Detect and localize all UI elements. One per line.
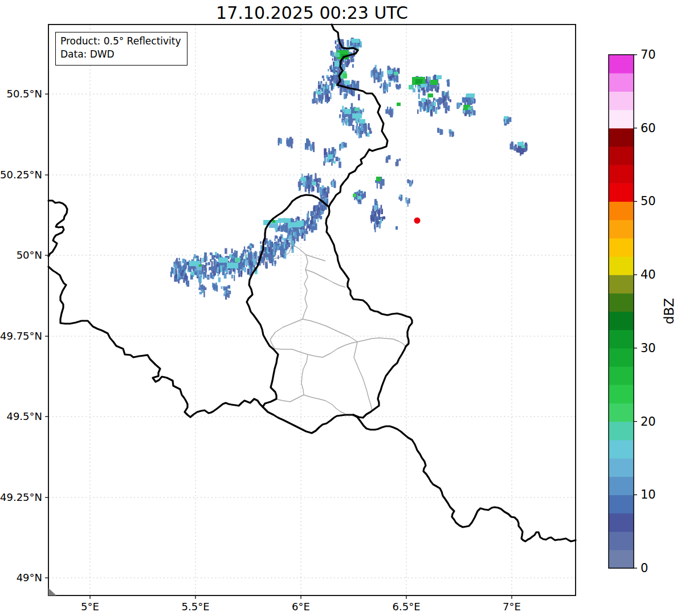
radar-echo-pixel	[374, 216, 376, 219]
radar-echo-pixel	[279, 246, 282, 250]
x-tick-label: 7°E	[503, 601, 521, 613]
radar-echo-pixel	[418, 93, 420, 99]
radar-echo-pixel	[205, 272, 206, 278]
radar-echo-pixel	[376, 73, 378, 77]
colorbar-segment	[609, 403, 634, 422]
radar-echo-pixel	[227, 285, 230, 288]
radar-echo-pixel	[286, 246, 288, 248]
radar-echo-pixel	[278, 138, 280, 143]
radar-echo-pixel	[437, 87, 439, 93]
axis-tick-labels: 5°E5.5°E6°E6.5°E7°E50.5°N50.25°N50°N49.7…	[0, 88, 521, 613]
radar-echo-pixel	[211, 261, 213, 266]
colorbar-tick-label: 50	[641, 194, 656, 208]
radar-echo-pixel	[435, 84, 437, 91]
colorbar-tick-label: 10	[641, 488, 656, 501]
radar-echo-pixel	[234, 275, 235, 281]
radar-echo-core	[387, 70, 393, 74]
radar-echo-pixel	[375, 65, 377, 67]
radar-echo-pixel	[350, 41, 352, 46]
radar-echo-core	[317, 91, 321, 95]
radar-echo-pixel	[463, 97, 466, 103]
radar-echo-core	[278, 218, 291, 223]
radar-echo-pixel	[206, 276, 209, 279]
radar-echo-core	[296, 221, 304, 226]
radar-echo-pixel	[294, 238, 295, 243]
colorbar-segment	[609, 275, 634, 293]
radar-echo-pixel	[322, 189, 324, 196]
radar-echo-core	[466, 93, 475, 97]
radar-echo-pixel	[245, 250, 246, 254]
radar-echo-pixel	[419, 107, 421, 112]
radar-echo-pixel	[405, 197, 407, 203]
radar-echo-pixel	[218, 278, 221, 283]
radar-echo-core	[343, 74, 347, 78]
radar-echo-pixel	[388, 66, 390, 71]
radar-echo-pixel	[341, 39, 344, 44]
radar-echo-pixel	[217, 256, 219, 258]
radar-echo-pixel	[185, 275, 187, 280]
radar-echo-pixel	[323, 79, 325, 81]
colorbar-segment	[609, 348, 634, 367]
radar-echo-pixel	[306, 138, 309, 144]
radar-echo-pixel	[311, 175, 312, 177]
radar-echo-core	[359, 119, 365, 124]
radar-echo-pixel	[182, 272, 184, 276]
radar-echo-pixel	[213, 284, 215, 290]
radar-echo-pixel	[292, 240, 293, 246]
radar-echo-pixel	[381, 218, 382, 223]
radar-echo-pixel	[313, 205, 316, 208]
radar-echo-pixel	[384, 84, 386, 89]
radar-echo-pixel	[246, 250, 248, 252]
radar-echo-pixel	[250, 260, 251, 266]
radar-echo-pixel	[462, 97, 464, 103]
radar-echo-pixel	[265, 262, 268, 268]
radar-echo-pixel	[380, 182, 382, 189]
radar-echo-core	[227, 263, 238, 268]
radar-echo-pixel	[194, 271, 197, 275]
radar-echo-pixel	[265, 247, 267, 251]
radar-echo-pixel	[218, 273, 219, 276]
y-tick-label: 49.25°N	[0, 491, 42, 503]
radar-echo-pixel	[332, 76, 334, 80]
radar-echo-pixel	[310, 211, 313, 216]
radar-echo-pixel	[474, 99, 475, 104]
radar-echo-pixel	[350, 56, 352, 62]
radar-echo-pixel	[215, 252, 217, 256]
radar-echo-pixel	[197, 270, 199, 277]
radar-echo-pixel	[311, 226, 314, 232]
radar-echo-pixel	[279, 226, 280, 230]
radar-echo-core	[353, 194, 356, 197]
radar-echo-pixel	[320, 205, 322, 210]
radar-echo-pixel	[443, 102, 446, 108]
radar-echo-pixel	[437, 128, 439, 133]
border-germany-luxembourg	[326, 207, 412, 418]
radar-echo-pixel	[287, 235, 289, 239]
radar-echo-pixel	[348, 114, 349, 117]
radar-echo-pixel	[246, 260, 248, 265]
radar-echo-pixel	[408, 198, 410, 203]
radar-echo-pixel	[274, 251, 275, 256]
radar-echo-pixel	[368, 132, 370, 137]
radar-echo-pixel	[340, 144, 341, 146]
colorbar-tick-label: 30	[641, 341, 656, 355]
corner-wedge	[48, 588, 56, 595]
colorbar-segment	[609, 128, 634, 147]
radar-echo-pixel	[175, 274, 177, 279]
radar-echo-pixel	[280, 236, 282, 242]
colorbar-segment	[609, 293, 634, 312]
radar-echo-pixel	[321, 99, 323, 104]
radar-echo-pixel	[265, 252, 267, 257]
canton-borders	[259, 243, 406, 414]
radar-echo-pixel	[380, 86, 381, 88]
y-tick-label: 49°N	[17, 572, 42, 584]
radar-echo-pixel	[308, 226, 310, 228]
red-dot-marker	[414, 218, 421, 224]
radar-echo-pixel	[228, 293, 230, 298]
radar-echo-pixel	[225, 263, 226, 268]
radar-echo-pixel	[174, 264, 176, 267]
radar-echo-pixel	[211, 255, 214, 260]
radar-echo-pixel	[335, 46, 337, 49]
radar-echo-pixel	[315, 173, 316, 180]
y-tick-label: 49.75°N	[0, 330, 42, 342]
radar-echo-pixel	[374, 211, 377, 217]
